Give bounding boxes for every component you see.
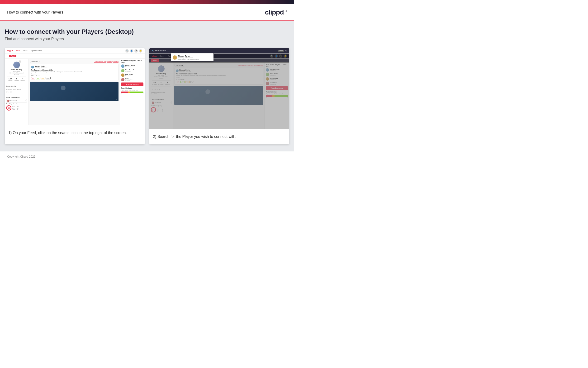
mock-right-panel-1: Most Active Players - Last 30 days Richa… (120, 59, 145, 125)
activity-user-sub: Yesterday · The Grove (35, 67, 46, 68)
feed-tab[interactable]: Feed (9, 55, 16, 57)
mock-nav-performance[interactable]: My Performance (30, 49, 43, 52)
selected-player-avatar (7, 100, 9, 102)
latest-activity-title: Latest Activity (6, 85, 27, 87)
player-activities-eli: Activities: 1 (125, 80, 143, 81)
player-activities-hiral: Activities: 3 (125, 75, 143, 77)
tag-putt: PUTT (46, 77, 51, 79)
player-avatar-eli (121, 78, 124, 81)
page-title: How to connect with your Players (7, 10, 63, 15)
control-link[interactable]: Control who can see your activity and da… (94, 61, 119, 62)
player-avatar-hiral (121, 74, 124, 77)
step-2-description: 2) Search for the Player you wish to con… (149, 129, 289, 144)
mock-app-1: clippd Home Teams My Performance 🔍 👤 ⚙ 😊 (5, 48, 145, 125)
duration-value: 02 hr : 00 min (31, 75, 40, 77)
mock-search-bar: 🔍 Marcus Turner CLEAR ✕ (149, 48, 289, 53)
chevron-down-icon: ▾ (37, 61, 38, 62)
quality-score: 84 (6, 105, 11, 110)
page-header: How to connect with your Players clippd … (0, 4, 294, 21)
player-select[interactable]: Eli Vincent ▾ (6, 99, 27, 102)
user-icon[interactable]: 👤 (130, 49, 133, 53)
photo-overlay-text: ► (116, 98, 117, 100)
following-button[interactable]: Following ▾ (30, 60, 40, 63)
activity-tags: OTT APP ARG PUTT (31, 77, 117, 79)
activity-card-1: Richard Butler Yesterday · The Grove Pre… (30, 64, 119, 81)
heatmap-labels: -5 +5 (121, 93, 143, 95)
search-result-dropdown: Marcus Turner Yesterday · 1.5 Handicap C… (171, 54, 213, 61)
selected-player-name: Eli Vincent (10, 100, 25, 101)
activity-photo: ► (30, 82, 119, 101)
mock-logo-1: clippd (7, 50, 13, 52)
bar-arg: ARG 64 (12, 109, 19, 110)
search-result-item[interactable]: Marcus Turner Yesterday · 1.5 Handicap C… (173, 55, 211, 60)
feed-tab-bar: Feed (5, 54, 145, 59)
team-dashboard-btn[interactable]: Team Dashboard (121, 83, 143, 86)
profile-role: Golf Coach (7, 71, 26, 72)
hero-subtitle: Find and connect with your Players (5, 37, 289, 41)
hero-section: How to connect with your Players (Deskto… (5, 28, 289, 46)
main-content: How to connect with your Players (Deskto… (0, 21, 294, 151)
heatmap-mid (128, 92, 130, 93)
tag-app: APP (36, 77, 40, 79)
footer: Copyright Clippd 2022 (0, 151, 294, 162)
feed-header: Following ▾ Control who can see your act… (30, 60, 119, 63)
mock-profile: Blair McHarg Golf Coach Mill Ride Golf C… (6, 60, 27, 83)
mock-nav-home[interactable]: Home (15, 49, 21, 52)
tag-ott: OTT (31, 77, 35, 79)
result-detail2: Cypress Point Club, United Kingdom (178, 58, 199, 60)
player-list-item-1: Richard Butler Activities: 7 (121, 64, 143, 68)
copyright-text: Copyright Clippd 2022 (7, 155, 35, 158)
profile-name: Blair McHarg (7, 69, 26, 71)
heatmap-title: Team Heatmap (121, 87, 143, 89)
player-avatar-richard (121, 64, 124, 68)
search-icon-overlay: 🔍 (152, 50, 154, 52)
profile-club: Mill Ride Golf Club, United Kingdom (7, 72, 26, 75)
mock-app-2: 🔍 Marcus Turner CLEAR ✕ Marcus Turner Ye… (149, 48, 289, 129)
stat-activities: 129 Activities (8, 78, 13, 81)
heatmap-neg (121, 92, 128, 93)
latest-activity-section: Latest Activity Afternoon round of golf … (6, 83, 27, 93)
result-name: Marcus Turner (178, 55, 199, 57)
mock-nav-teams[interactable]: Teams (22, 49, 28, 52)
screenshots-row: clippd Home Teams My Performance 🔍 👤 ⚙ 😊 (5, 48, 289, 144)
player-performance-title-1: Player Performance (6, 97, 27, 98)
profile-icon[interactable]: 😊 (139, 49, 142, 53)
bar-app: APP 70 (12, 107, 19, 109)
mock-center-feed-1: Following ▾ Control who can see your act… (28, 59, 120, 125)
mock-nav-icons-1: 🔍 👤 ⚙ 😊 (125, 49, 142, 53)
top-bar (0, 0, 294, 4)
mock-nav-links-1: Home Teams My Performance (15, 49, 123, 52)
profile-stats: 129 Activities 3 Followers 4 Following (7, 77, 26, 81)
score-area: 84 OTT 79 APP (6, 105, 27, 111)
activity-desc: Walking the course with my coach to buil… (31, 71, 117, 73)
activity-name: Afternoon round of golf (6, 89, 27, 91)
chevron-down-icon: ▾ (25, 100, 26, 101)
search-icon[interactable]: 🔍 (125, 49, 129, 53)
close-icon[interactable]: ✕ (285, 49, 287, 52)
duration-label: Duration (31, 73, 36, 75)
heatmap-pos (130, 92, 143, 93)
player-list-item-4: Eli Vincent Activities: 1 (121, 78, 143, 81)
most-active-title: Most Active Players - Last 30 days (121, 60, 143, 63)
screenshot-2: 🔍 Marcus Turner CLEAR ✕ Marcus Turner Ye… (149, 48, 289, 144)
heatmap-bar (121, 92, 143, 93)
bar-ott: OTT 79 (12, 106, 19, 107)
screenshot-1: clippd Home Teams My Performance 🔍 👤 ⚙ 😊 (5, 48, 145, 144)
step-1-description: 1) On your Feed, click on the search ico… (5, 125, 145, 140)
player-list-item-3: Hiral Pujara Activities: 3 (121, 74, 143, 77)
stat-followers: 3 Followers (14, 78, 19, 81)
search-input-area[interactable]: Marcus Turner (155, 50, 276, 52)
activity-user-name: Richard Butler (35, 65, 46, 67)
activity-title: Pre Tournament Course Walk (31, 69, 117, 71)
result-avatar (173, 55, 177, 60)
photo-overlay-circle (61, 86, 66, 90)
activity-date: 27 Jul 2022 (6, 91, 27, 93)
settings-icon[interactable]: ⚙ (134, 49, 138, 53)
player-activities-piers: Activities: 4 (125, 71, 143, 72)
player-activities-richard: Activities: 7 (125, 66, 143, 67)
search-query-text: Marcus Turner (155, 50, 166, 52)
stat-following: 4 Following (20, 78, 25, 81)
mock-app-body-1: Blair McHarg Golf Coach Mill Ride Golf C… (5, 59, 145, 125)
clear-button[interactable]: CLEAR (278, 50, 284, 52)
overlay-bg (149, 54, 289, 129)
